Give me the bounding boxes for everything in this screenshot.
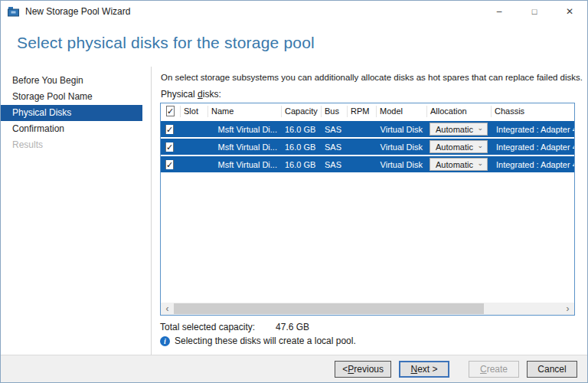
physical-disks-label: Physical disks: [161,89,575,100]
sidebar-item-storage-pool-name[interactable]: Storage Pool Name [1,89,142,105]
total-capacity-value: 47.6 GB [276,322,309,332]
disk-model: Virtual Disk [377,142,427,152]
disk-capacity: 16.0 GB [282,142,322,152]
select-all-checkbox[interactable]: ✓ [166,106,175,116]
disk-bus: SAS [322,142,348,152]
titlebar: New Storage Pool Wizard – □ ✕ [1,1,587,21]
instruction-text: On select storage subsystems you can add… [161,73,575,82]
wizard-steps-sidebar: Before You Begin Storage Pool Name Physi… [1,67,152,355]
disk-model: Virtual Disk [377,160,427,169]
total-capacity-line: Total selected capacity: 47.6 GB [160,322,575,332]
scroll-left-icon[interactable]: ‹ [161,303,174,315]
chevron-down-icon: ⌄ [477,125,483,132]
cancel-button[interactable]: Cancel [527,361,577,378]
allocation-dropdown[interactable]: Automatic⌄ [430,158,488,171]
column-header-allocation[interactable]: Allocation [427,106,492,117]
disk-table-row[interactable]: ✓ Msft Virtual Di... 16.0 GB SAS Virtual… [161,156,574,172]
disk-chassis: Integrated : Adapter 4 : Port 0 : Target… [492,142,574,152]
next-button[interactable]: Next > [399,361,449,378]
create-button[interactable]: Create [469,361,519,378]
note-text: Selecting these disks will create a loca… [175,336,356,346]
storage-pool-wizard-icon [8,6,20,17]
sidebar-item-confirmation[interactable]: Confirmation [1,121,142,137]
column-header-slot[interactable]: Slot [181,106,208,117]
disk-row-checkbox[interactable]: ✓ [165,125,174,134]
wizard-window: New Storage Pool Wizard – □ ✕ Select phy… [0,0,588,383]
disk-table-row[interactable]: ✓ Msft Virtual Di... 16.0 GB SAS Virtual… [161,139,574,155]
chevron-down-icon: ⌄ [477,160,483,167]
disk-row-checkbox[interactable]: ✓ [165,142,174,152]
info-icon: i [160,336,170,346]
disk-chassis: Integrated : Adapter 4 : Port 0 : Target… [492,160,574,169]
allocation-dropdown[interactable]: Automatic⌄ [430,123,488,136]
minimize-icon[interactable]: – [482,1,517,21]
table-empty-space [161,172,574,303]
column-header-model[interactable]: Model [377,106,427,117]
wizard-content: On select storage subsystems you can add… [152,67,587,355]
maximize-icon[interactable]: □ [517,1,552,21]
horizontal-scrollbar[interactable]: ‹ › [161,303,574,315]
close-icon[interactable]: ✕ [552,1,587,21]
sidebar-item-before-you-begin[interactable]: Before You Begin [1,73,142,89]
chevron-down-icon: ⌄ [477,142,483,149]
scroll-right-icon[interactable]: › [561,303,574,315]
window-controls: – □ ✕ [482,1,587,21]
scrollbar-track[interactable] [174,303,561,315]
column-header-bus[interactable]: Bus [322,106,348,117]
sidebar-item-results: Results [1,137,142,153]
column-header-chassis[interactable]: Chassis [492,106,574,117]
disk-name: Msft Virtual Di... [208,125,282,134]
disk-capacity: 16.0 GB [282,125,322,134]
sidebar-item-physical-disks[interactable]: Physical Disks [1,105,142,121]
table-header-row: ✓ Slot Name Capacity Bus RPM Model Alloc… [161,103,574,119]
column-header-capacity[interactable]: Capacity [282,106,322,117]
select-all-header-cell: ✓ [161,106,181,117]
wizard-body: Before You Begin Storage Pool Name Physi… [1,67,587,355]
disk-bus: SAS [322,160,348,169]
disk-chassis: Integrated : Adapter 4 : Port 0 : Target… [492,125,574,134]
disk-row-checkbox[interactable]: ✓ [165,160,174,169]
column-header-rpm[interactable]: RPM [348,106,377,117]
previous-button[interactable]: < Previous [335,361,391,378]
heading-area: Select physical disks for the storage po… [1,21,587,67]
wizard-footer: < Previous Next > Create Cancel [1,355,587,383]
disk-model: Virtual Disk [377,125,427,134]
window-title: New Storage Pool Wizard [25,6,482,17]
total-capacity-label: Total selected capacity: [160,322,255,332]
disk-name: Msft Virtual Di... [208,160,282,169]
disk-table-row[interactable]: ✓ Msft Virtual Di... 16.0 GB SAS Virtual… [161,121,574,137]
allocation-dropdown[interactable]: Automatic⌄ [430,140,488,153]
disk-bus: SAS [322,125,348,134]
physical-disks-table: ✓ Slot Name Capacity Bus RPM Model Alloc… [160,103,575,316]
disk-name: Msft Virtual Di... [208,142,282,152]
column-header-name[interactable]: Name [208,106,282,117]
page-title: Select physical disks for the storage po… [17,34,587,52]
scrollbar-thumb[interactable] [174,303,484,314]
disk-capacity: 16.0 GB [282,160,322,169]
local-pool-note: i Selecting these disks will create a lo… [160,336,575,346]
